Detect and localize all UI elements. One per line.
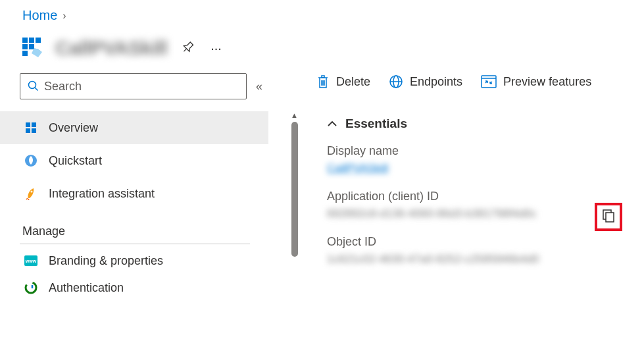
sidebar-item-branding[interactable]: www Branding & properties [0,244,268,277]
field-application-id: Application (client) ID 692892c8-d136-40… [316,190,629,235]
search-box[interactable] [20,73,247,99]
svg-rect-13 [26,128,30,133]
sidebar-item-quickstart[interactable]: Quickstart [0,144,268,177]
toolbar: Delete Endpoints [316,73,644,109]
display-name-label: Display name [327,144,629,162]
svg-line-8 [184,48,187,51]
svg-rect-1 [29,38,34,43]
svg-rect-28 [606,213,614,222]
delete-label: Delete [336,75,370,89]
sidebar-item-label: Integration assistant [49,187,155,201]
display-name-value[interactable]: CallPVASkill [327,162,629,175]
svg-line-10 [35,88,38,91]
application-id-label: Application (client) ID [327,190,629,207]
delete-button[interactable]: Delete [316,74,370,89]
svg-rect-14 [32,128,36,133]
object-id-label: Object ID [327,235,629,253]
endpoints-label: Endpoints [410,75,462,89]
chevron-up-icon [327,119,337,129]
field-object-id: Object ID 1c621c02-4630-47a0-8252-c25858… [316,235,629,280]
breadcrumb: Home › [0,0,644,28]
overview-icon [24,120,38,135]
breadcrumb-separator: › [62,10,66,22]
sidebar-item-label: Overview [49,121,98,135]
globe-icon [389,74,403,89]
branding-icon: www [24,253,38,268]
svg-marker-6 [32,48,42,57]
app-registration-icon [20,35,46,61]
essentials-title: Essentials [345,117,407,131]
svg-rect-12 [32,122,36,127]
sidebar-section-manage: Manage [20,210,250,244]
svg-rect-5 [22,51,28,56]
scrollbar[interactable]: ▲ [291,111,299,309]
scrollbar-thumb[interactable] [291,122,298,257]
collapse-sidebar-button[interactable]: « [256,80,262,93]
preview-features-button[interactable]: Preview features [481,75,591,89]
authentication-icon [24,280,38,295]
svg-rect-26 [482,76,496,88]
sidebar: « ▲ Overview [20,73,280,298]
nav-list: ▲ Overview [20,111,280,298]
svg-point-9 [29,81,36,88]
sidebar-item-label: Branding & properties [49,254,163,268]
svg-rect-3 [22,44,28,49]
quickstart-icon [24,153,38,168]
preview-label: Preview features [503,75,591,89]
object-id-value: 1c621c02-4630-47a0-8252-c2585846b4d0 [327,253,629,266]
search-input[interactable] [44,80,239,93]
field-display-name: Display name CallPVASkill [316,144,629,190]
essentials-toggle[interactable]: Essentials [316,109,644,144]
svg-point-16 [31,191,33,193]
svg-text:www: www [25,259,37,263]
delete-icon [316,74,330,89]
page-title: CallPVASkill [55,37,167,59]
more-button[interactable]: ··· [207,37,226,60]
sidebar-item-label: Authentication [49,281,124,295]
copy-application-id-button[interactable] [595,203,622,231]
preview-icon [481,75,497,88]
svg-rect-0 [22,38,28,43]
sidebar-item-authentication[interactable]: Authentication [0,277,268,298]
sidebar-item-label: Quickstart [49,154,102,168]
scroll-up-icon: ▲ [291,111,298,119]
sidebar-item-overview[interactable]: Overview [0,111,268,144]
sidebar-item-integration-assistant[interactable]: Integration assistant [0,177,268,210]
svg-point-19 [26,282,36,293]
svg-rect-2 [36,38,41,43]
endpoints-button[interactable]: Endpoints [389,74,462,89]
pin-button[interactable] [171,32,203,65]
breadcrumb-home[interactable]: Home [22,8,57,23]
content-pane: Delete Endpoints [280,73,644,298]
title-row: CallPVASkill ··· [0,28,644,73]
integration-assistant-icon [24,186,38,201]
svg-rect-4 [29,44,34,49]
copy-icon [602,215,615,225]
search-icon [27,80,39,93]
application-id-value: 692892c8-d136-4060-86d3-b381798f4d0c [327,207,629,221]
svg-rect-11 [26,122,30,127]
